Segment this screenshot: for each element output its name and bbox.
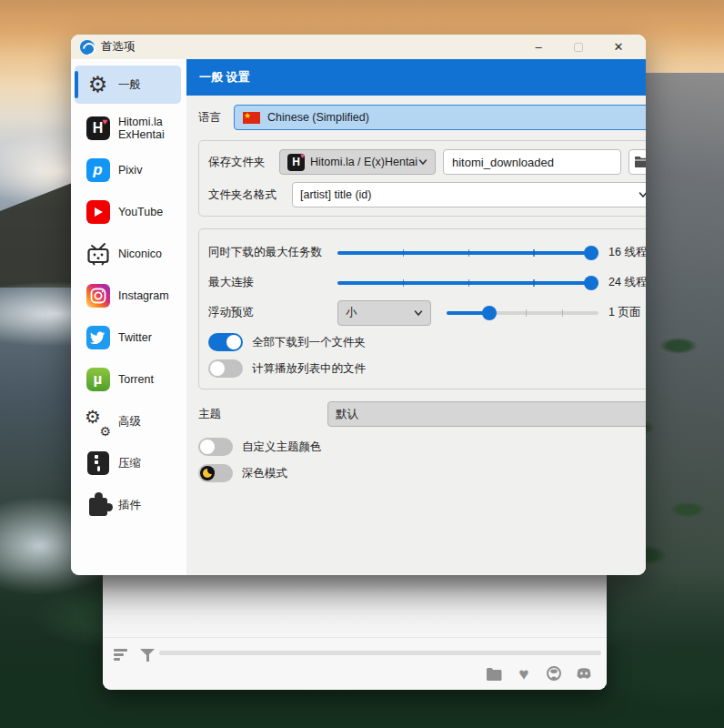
custom-theme-color-toggle[interactable]: [198, 438, 233, 456]
theme-select[interactable]: 默认: [327, 401, 646, 427]
folder-format-select[interactable]: [artist] title (id): [292, 182, 646, 207]
sidebar-item-plugins[interactable]: 插件: [75, 484, 181, 526]
max-connections-label: 最大连接: [208, 275, 337, 290]
app-icon: [80, 40, 95, 55]
discord-icon[interactable]: [576, 665, 592, 682]
gear-icon: ⚙: [85, 73, 110, 97]
count-playlist-toggle[interactable]: [208, 359, 243, 378]
section-header: 一般 设置: [186, 59, 646, 96]
save-folder-label: 保存文件夹: [208, 155, 279, 170]
settings-sidebar: ⚙ 一般 H♥ Hitomi.la ExHentai p Pixiv YouTu…: [71, 59, 186, 575]
max-connections-value: 24 线程: [608, 275, 646, 290]
preview-pages-value: 1 页面: [608, 305, 646, 320]
chevron-down-icon: [639, 190, 646, 199]
twitter-icon: [85, 326, 110, 350]
one-folder-label: 全部下载到一个文件夹: [252, 335, 366, 350]
max-tasks-value: 16 线程: [608, 245, 646, 260]
heart-icon[interactable]: ♥: [516, 665, 532, 682]
sidebar-item-advanced[interactable]: ⚙⚙ 高级: [75, 400, 181, 442]
theme-label: 主题: [198, 407, 327, 422]
hitomi-icon: H♥: [85, 116, 110, 141]
sidebar-item-torrent[interactable]: µ Torrent: [75, 359, 181, 400]
save-folder-input[interactable]: [443, 149, 621, 175]
save-folder-group: 保存文件夹 H♥ Hitomi.la / E(x)Hentai: [198, 140, 646, 217]
progress-bar: [159, 651, 601, 655]
maximize-button[interactable]: [558, 36, 598, 58]
sort-icon[interactable]: [114, 647, 127, 662]
sidebar-item-compression[interactable]: 压缩: [75, 442, 181, 484]
sidebar-item-twitter[interactable]: Twitter: [75, 317, 181, 359]
sidebar-item-instagram[interactable]: Instagram: [75, 275, 181, 317]
zip-icon: [85, 451, 110, 476]
preview-pages-slider[interactable]: [447, 306, 598, 320]
save-folder-source-select[interactable]: H♥ Hitomi.la / E(x)Hentai: [279, 149, 436, 175]
settings-content: 一般 设置 语言 ★ Chinese (Simplified): [186, 59, 646, 575]
download-settings-group: 同时下载的最大任务数 16 线程 最大连接: [198, 228, 646, 389]
browse-folder-button[interactable]: [628, 149, 646, 175]
main-app-window[interactable]: ♥: [103, 575, 607, 690]
chevron-down-icon: [418, 157, 427, 167]
minimize-button[interactable]: –: [518, 36, 558, 58]
sidebar-item-youtube[interactable]: YouTube: [75, 191, 181, 233]
niconico-icon: [85, 242, 110, 267]
sidebar-item-niconico[interactable]: Niconico: [75, 233, 181, 275]
language-select[interactable]: ★ Chinese (Simplified): [234, 105, 646, 130]
gears-icon: ⚙⚙: [85, 410, 110, 434]
main-window-toolbar: ♥: [103, 637, 607, 690]
folder-icon[interactable]: [486, 665, 502, 682]
chevron-down-icon: [414, 308, 423, 318]
custom-theme-color-label: 自定义主题颜色: [242, 440, 322, 455]
close-button[interactable]: ✕: [598, 36, 639, 58]
dark-mode-toggle[interactable]: [198, 464, 233, 482]
max-connections-slider[interactable]: [337, 276, 598, 290]
dialog-title: 首选项: [101, 39, 518, 55]
preview-label: 浮动预览: [208, 305, 337, 320]
dialog-titlebar[interactable]: 首选项 – ✕: [71, 35, 646, 59]
sidebar-item-pixiv[interactable]: p Pixiv: [75, 149, 181, 191]
moon-icon: [200, 466, 215, 480]
hitomi-icon: H♥: [287, 154, 305, 171]
folder-format-label: 文件夹名格式: [208, 187, 292, 203]
youtube-icon: [85, 200, 110, 225]
language-label: 语言: [198, 110, 223, 126]
filter-icon[interactable]: [140, 648, 155, 662]
max-tasks-slider[interactable]: [337, 246, 598, 260]
count-playlist-label: 计算播放列表中的文件: [252, 361, 366, 377]
dark-mode-label: 深色模式: [242, 466, 287, 481]
sidebar-item-hitomi[interactable]: H♥ Hitomi.la ExHentai: [75, 107, 181, 149]
section-title: 一般 设置: [199, 69, 250, 86]
max-tasks-label: 同时下载的最大任务数: [208, 245, 337, 260]
sidebar-item-general[interactable]: ⚙ 一般: [75, 66, 181, 104]
preview-size-select[interactable]: 小: [337, 300, 431, 326]
puzzle-icon: [85, 493, 110, 518]
one-folder-toggle[interactable]: [208, 333, 243, 351]
pixiv-icon: p: [85, 158, 110, 183]
github-icon[interactable]: [546, 665, 562, 682]
preferences-dialog: 首选项 – ✕ ⚙ 一般 H♥ Hitomi.la ExHentai p Pix…: [71, 35, 646, 575]
torrent-icon: µ: [85, 368, 110, 392]
instagram-icon: [85, 284, 110, 308]
china-flag-icon: ★: [243, 112, 260, 124]
